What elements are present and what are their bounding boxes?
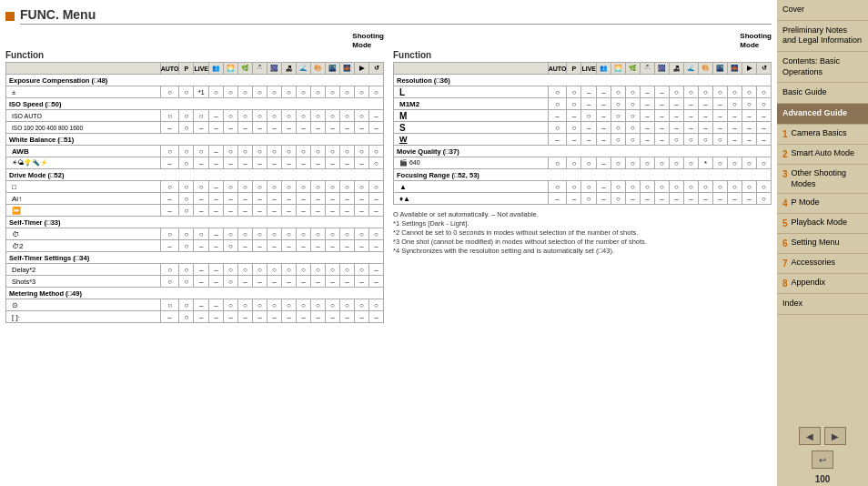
exp-v12: ○ xyxy=(326,86,340,98)
note-1: *1 Settings [Dark - Light]. xyxy=(393,219,772,228)
sidebar-spacer xyxy=(777,315,868,421)
mode-scn2: 🌅 xyxy=(224,63,238,75)
sidebar-item-ch2[interactable]: 2 Smart Auto Mode xyxy=(777,145,868,165)
res-M-row: M ––○–○○––––––––– xyxy=(394,110,772,122)
res-W-label: W xyxy=(394,134,549,146)
res-S-label: S xyxy=(394,122,549,134)
focus-row1: ▲ ○○○–○○○○○○○○○○○ xyxy=(394,181,772,193)
r-mode-s9: 🌃 xyxy=(713,63,728,75)
ch5-label: Playback Mode xyxy=(792,218,848,228)
focus-macro-label: ♦▲ xyxy=(394,193,549,205)
sidebar-item-cover[interactable]: Cover xyxy=(777,0,868,21)
selftimer-row1: ⏱ ○○○–○○○○○○○○○○○ xyxy=(6,228,384,240)
r-mode-s2: 🌅 xyxy=(611,63,626,75)
drive-ai-label: Ai↑ xyxy=(6,193,161,205)
mode-live: LIVE xyxy=(194,63,209,75)
selftimer-header: Self-Timer (□33) xyxy=(6,217,384,228)
sidebar-item-ch1[interactable]: 1 Camera Basics xyxy=(777,125,868,145)
next-button[interactable]: ▶ xyxy=(824,427,846,445)
moviequality-header: Movie Quality (□37) xyxy=(394,146,772,157)
exp-v10: ○ xyxy=(297,86,311,98)
home-button[interactable]: ↩ xyxy=(812,451,833,469)
exp-v8: ○ xyxy=(267,86,282,98)
drive-single-label: □ xyxy=(6,181,161,193)
note-4: *4 Synchronizes with the resolution sett… xyxy=(393,247,772,255)
ch4-label: P Mode xyxy=(792,197,820,208)
iso-row2: ISO 100 200 400 800 1600 –○––––––––––––– xyxy=(6,122,384,134)
sidebar-item-ch6[interactable]: 6 Setting Menu xyxy=(777,234,868,254)
prev-button[interactable]: ◀ xyxy=(799,427,821,445)
section-selftimer: Self-Timer (□33) xyxy=(6,217,384,228)
movie-row: 🎬 640 ○○○–○○○○○○*○○○○ xyxy=(394,157,772,169)
ch3-number: 3 xyxy=(782,168,788,180)
metering-header: Metering Method (□49) xyxy=(6,288,384,299)
r-mode-s1: 👥 xyxy=(597,63,611,75)
left-table: AUTO P LIVE 👥 🌅 🌿 ⛄ 🎆 🏖 🌊 🎨 🌃 🌉 ▶ xyxy=(5,62,384,323)
wb-row2: ☀🌤💡🔦⚡ –○––––––––––––○ xyxy=(6,157,384,169)
wb-icons-label: ☀🌤💡🔦⚡ xyxy=(6,157,161,169)
right-header-row: AUTO P LIVE 👥 🌅 🌿 ⛄ 🎆 🏖 🌊 🎨 🌃 🌉 ▶ xyxy=(394,63,772,75)
right-sidebar: Cover Preliminary Notes and Legal Inform… xyxy=(777,0,868,486)
metering-row1: ⊙ ○○––○○○○○○○○○○○ xyxy=(6,299,384,311)
note-2: *2 Cannot be set to 0 seconds in modes w… xyxy=(393,228,772,237)
mode-auto: AUTO xyxy=(160,63,179,75)
section-metering: Metering Method (□49) xyxy=(6,288,384,299)
res-L-row: L ○○––○○––○○○○○○○ xyxy=(394,86,772,98)
timer1-label: ⏱ xyxy=(6,228,161,240)
r-mode-live: LIVE xyxy=(581,63,597,75)
mode-scn1: 👥 xyxy=(209,63,224,75)
sidebar-item-prelim[interactable]: Preliminary Notes and Legal Information xyxy=(777,21,868,52)
r-mode-s4: ⛄ xyxy=(641,63,655,75)
wb-row1: AWB ○○○–○○○○○○○○○○○ xyxy=(6,146,384,157)
exp-v13: ○ xyxy=(340,86,355,98)
left-shooting-mode-label: ShootingMode xyxy=(352,32,384,49)
sidebar-item-index[interactable]: Index xyxy=(777,294,868,315)
section-iso: ISO Speed (□50) xyxy=(6,98,384,110)
ch7-label: Accessories xyxy=(792,258,836,268)
mode-scn4: ⛄ xyxy=(253,63,267,75)
res-W-row: W ––––○○––○○○○––– xyxy=(394,134,772,146)
sidebar-item-ch3[interactable]: 3 Other Shooting Modes xyxy=(777,165,868,194)
sidebar-item-ch5[interactable]: 5 Playback Mode xyxy=(777,214,868,234)
r-mode-s7: 🌊 xyxy=(684,63,699,75)
focus-row2: ♦▲ ––○–○–––––––––○ xyxy=(394,193,772,205)
title-accent xyxy=(5,12,15,21)
drive-row1: □ ○○○–○○○○○○○○○○○ xyxy=(6,181,384,193)
selftimer-row2: ⏱2 –○––○–––––––––– xyxy=(6,240,384,252)
mode-scn10: 🌉 xyxy=(340,63,355,75)
ch3-label: Other Shooting Modes xyxy=(792,168,863,189)
ch4-number: 4 xyxy=(782,197,788,209)
metering-row2: [ ]· –○––––––––––––– xyxy=(6,311,384,323)
sidebar-item-basic[interactable]: Basic Guide xyxy=(777,83,868,104)
exp-v14: ○ xyxy=(355,86,369,98)
ch8-label: Appendix xyxy=(792,278,826,289)
sidebar-item-contents[interactable]: Contents: Basic Operations xyxy=(777,52,868,83)
iso-header: ISO Speed (□50) xyxy=(6,98,384,110)
section-wb: White Balance (□51) xyxy=(6,134,384,146)
main-content: FUNC. Menu ShootingMode Function AUTO P … xyxy=(0,0,777,486)
sidebar-item-ch7[interactable]: 7 Accessories xyxy=(777,254,868,274)
exp-v1: ○ xyxy=(160,86,179,98)
sidebar-prelim-label: Preliminary Notes and Legal Information xyxy=(782,25,862,46)
mode-scn11: ▶ xyxy=(355,63,369,75)
mode-scn9: 🌃 xyxy=(326,63,340,75)
sidebar-contents-label: Contents: Basic Operations xyxy=(782,56,840,76)
sidebar-item-advanced[interactable]: Advanced Guide xyxy=(777,104,868,125)
iso-row1: ISO AUTO ○○○–○○○○○○○○○○– xyxy=(6,110,384,122)
ch1-number: 1 xyxy=(782,128,788,140)
left-header-row: AUTO P LIVE 👥 🌅 🌿 ⛄ 🎆 🏖 🌊 🎨 🌃 🌉 ▶ xyxy=(6,63,384,75)
exp-v3: *1 xyxy=(194,86,209,98)
focus-normal-label: ▲ xyxy=(394,181,549,193)
meter2-label: [ ]· xyxy=(6,311,161,323)
exposure-icon-label: ± xyxy=(6,86,161,98)
resolution-header: Resolution (□36) xyxy=(394,75,772,86)
drive-header: Drive Mode (□52) xyxy=(6,169,384,181)
exposure-header: Exposure Compensation (□48) xyxy=(6,75,384,86)
sidebar-item-ch4[interactable]: 4 P Mode xyxy=(777,194,868,214)
sidebar-index-label: Index xyxy=(782,299,802,308)
right-fn-col-header xyxy=(394,63,549,75)
delay-label: Delay*2 xyxy=(6,264,161,276)
sidebar-item-ch8[interactable]: 8 Appendix xyxy=(777,274,868,294)
iso-auto-label: ISO AUTO xyxy=(6,110,161,122)
r-mode-p: P xyxy=(567,63,581,75)
